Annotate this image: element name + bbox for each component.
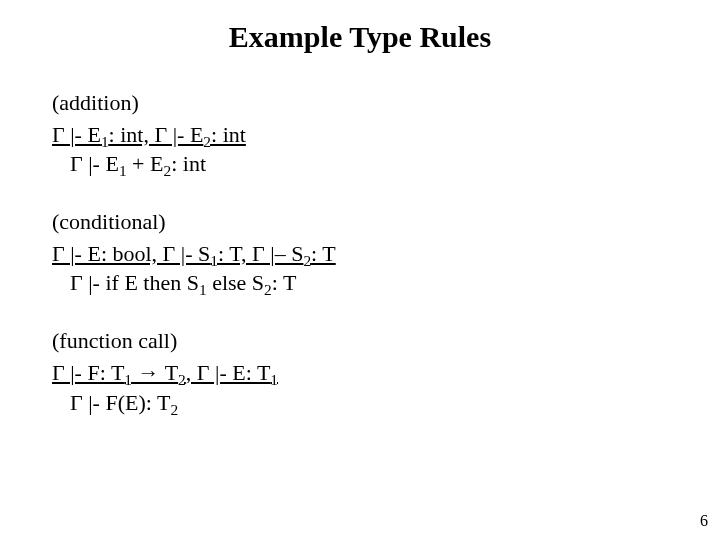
premise-part: : T, Γ |– S	[218, 241, 303, 266]
subscript: 2	[178, 371, 186, 388]
premise-part: Γ |- F: T	[52, 360, 124, 385]
subscript: 1	[101, 133, 109, 150]
subscript: 1	[210, 252, 218, 269]
rule-function-call-conclusion: Γ |- F(E): T2	[52, 388, 672, 418]
subscript: 1	[124, 371, 132, 388]
rule-conditional: (conditional) Γ |- E: bool, Γ |- S1: T, …	[52, 207, 672, 298]
premise-part: : int	[211, 122, 246, 147]
rule-function-call-name: (function call)	[52, 326, 672, 356]
premise-part: Γ |- E: bool, Γ |- S	[52, 241, 210, 266]
subscript: 1	[270, 371, 278, 388]
rule-function-call: (function call) Γ |- F: T1 → T2, Γ |- E:…	[52, 326, 672, 417]
premise-part: Γ |- E	[52, 122, 101, 147]
subscript: 2	[303, 252, 311, 269]
slide-body: (addition) Γ |- E1: int, Γ |- E2: int Γ …	[52, 88, 672, 445]
conclusion-part: else S	[207, 270, 264, 295]
conclusion-part: Γ |- E	[70, 151, 119, 176]
subscript: 2	[170, 401, 178, 418]
page-number: 6	[700, 512, 708, 530]
rule-conditional-premise: Γ |- E: bool, Γ |- S1: T, Γ |– S2: T	[52, 239, 672, 269]
conclusion-part: : int	[171, 151, 206, 176]
rule-addition: (addition) Γ |- E1: int, Γ |- E2: int Γ …	[52, 88, 672, 179]
premise-part: → T	[132, 360, 178, 385]
rule-addition-premise-text: Γ |- E1: int, Γ |- E2: int	[52, 122, 246, 147]
slide: Example Type Rules (addition) Γ |- E1: i…	[0, 0, 720, 540]
conclusion-part: Γ |- F(E): T	[70, 390, 170, 415]
subscript: 2	[163, 163, 171, 180]
premise-part: : int, Γ |- E	[109, 122, 204, 147]
rule-addition-premise: Γ |- E1: int, Γ |- E2: int	[52, 120, 672, 150]
rule-function-call-premise: Γ |- F: T1 → T2, Γ |- E: T1	[52, 358, 672, 388]
rule-conditional-premise-text: Γ |- E: bool, Γ |- S1: T, Γ |– S2: T	[52, 241, 336, 266]
conclusion-part: : T	[272, 270, 297, 295]
subscript: 1	[199, 282, 207, 299]
conclusion-part: Γ |- if E then S	[70, 270, 199, 295]
subscript: 2	[203, 133, 211, 150]
rule-addition-name: (addition)	[52, 88, 672, 118]
premise-part: : T	[311, 241, 336, 266]
conclusion-part: + E	[127, 151, 164, 176]
premise-part: , Γ |- E: T	[186, 360, 271, 385]
slide-title: Example Type Rules	[0, 20, 720, 54]
rule-conditional-name: (conditional)	[52, 207, 672, 237]
rule-conditional-conclusion: Γ |- if E then S1 else S2: T	[52, 268, 672, 298]
subscript: 1	[119, 163, 127, 180]
subscript: 2	[264, 282, 272, 299]
rule-addition-conclusion: Γ |- E1 + E2: int	[52, 149, 672, 179]
rule-function-call-premise-text: Γ |- F: T1 → T2, Γ |- E: T1	[52, 360, 278, 385]
